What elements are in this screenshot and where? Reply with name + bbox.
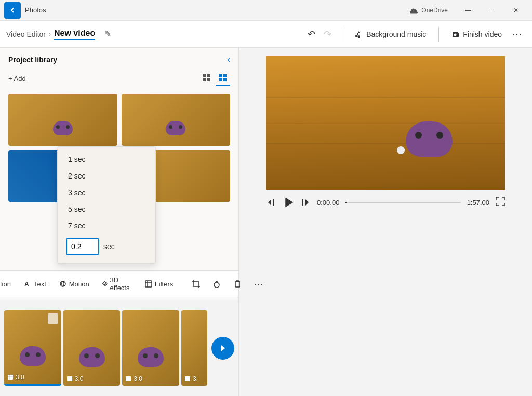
duration-option-1sec[interactable]: 1 sec xyxy=(58,151,155,168)
step-back-button[interactable] xyxy=(266,197,276,208)
duration-option-7sec[interactable]: 7 sec xyxy=(58,217,155,234)
duration-label: Duration xyxy=(0,280,11,288)
breadcrumb: Video Editor › New video ✎ xyxy=(6,29,111,40)
project-library-header: Project library ‹ xyxy=(0,48,238,69)
back-button[interactable] xyxy=(4,2,21,19)
project-library-title: Project library xyxy=(8,56,57,64)
motion-button[interactable]: Motion xyxy=(54,277,95,291)
filters-label: Filters xyxy=(155,280,173,288)
duration-button[interactable]: Duration xyxy=(0,277,16,291)
svg-rect-14 xyxy=(193,281,198,286)
svg-text:A: A xyxy=(24,281,29,288)
strip-item-3[interactable]: 3.0 xyxy=(122,310,179,386)
strip-item-1[interactable]: 3.0 xyxy=(4,310,61,386)
duration-custom-input[interactable] xyxy=(66,238,99,255)
svg-rect-5 xyxy=(223,74,227,77)
maximize-button[interactable]: □ xyxy=(480,2,504,19)
duration-option-2sec[interactable]: 2 sec xyxy=(58,168,155,184)
main-toolbar: Video Editor › New video ✎ ↶ ↷ Backgroun… xyxy=(0,21,532,48)
text-button[interactable]: A Text xyxy=(18,277,51,291)
filters-button[interactable]: Filters xyxy=(139,277,178,291)
svg-marker-21 xyxy=(268,199,271,206)
svg-rect-6 xyxy=(219,78,222,81)
duration-dropdown: 1 sec 2 sec 3 sec 5 sec 7 sec sec xyxy=(57,146,156,264)
redo-button[interactable]: ↷ xyxy=(320,26,336,42)
svg-rect-2 xyxy=(203,78,206,81)
more-options-button[interactable]: ⋯ xyxy=(508,26,526,42)
breadcrumb-separator: › xyxy=(49,31,51,38)
svg-point-15 xyxy=(214,282,219,288)
list-item[interactable] xyxy=(8,94,117,146)
strip-next-button[interactable] xyxy=(211,337,234,360)
video-controls: 0:00.00 1:57.00 xyxy=(266,197,505,209)
list-view-button[interactable] xyxy=(216,71,230,86)
text-label: Text xyxy=(34,280,46,288)
strip-thumbnail-1 xyxy=(20,346,46,366)
toolbar-separator xyxy=(342,27,342,42)
svg-rect-1 xyxy=(207,74,210,77)
grid-view-button[interactable] xyxy=(199,71,214,86)
svg-rect-17 xyxy=(8,375,13,380)
fullscreen-button[interactable] xyxy=(496,197,505,209)
right-panel: 0:00.00 1:57.00 xyxy=(239,48,532,396)
strip-item-4[interactable]: 3. xyxy=(181,310,207,386)
strip-thumbnail-2 xyxy=(79,347,105,367)
speed-button[interactable] xyxy=(207,277,226,291)
play-button[interactable] xyxy=(283,197,294,208)
breadcrumb-video-editor[interactable]: Video Editor xyxy=(6,30,46,38)
svg-marker-24 xyxy=(305,199,309,206)
page-title: New video xyxy=(54,29,95,40)
effects-label: 3D effects xyxy=(110,276,131,292)
background-music-button[interactable]: Background music xyxy=(349,28,432,40)
finish-video-label: Finish video xyxy=(463,30,502,38)
effects-button[interactable]: 3D effects xyxy=(97,273,137,295)
svg-point-12 xyxy=(104,283,105,285)
onedrive-label: OneDrive xyxy=(421,7,448,14)
svg-marker-11 xyxy=(102,282,107,286)
toolbar-separator2 xyxy=(438,27,439,42)
library-toolbar: + Add xyxy=(0,69,238,90)
step-forward-button[interactable] xyxy=(300,197,311,208)
strip-badge-1: 3.0 xyxy=(7,374,24,381)
strip-badge-3: 3.0 xyxy=(125,375,142,383)
add-media-label: + Add xyxy=(8,75,26,83)
finish-video-button[interactable]: Finish video xyxy=(445,28,508,40)
svg-rect-18 xyxy=(67,376,72,381)
current-time: 0:00.00 xyxy=(317,199,339,207)
svg-rect-7 xyxy=(223,78,227,81)
strip-thumbnail-3 xyxy=(138,347,164,367)
window-controls: — □ ✕ xyxy=(456,2,528,19)
duration-option-5sec[interactable]: 5 sec xyxy=(58,201,155,217)
library-item-thumbnail xyxy=(53,121,73,135)
duration-option-3sec[interactable]: 3 sec xyxy=(58,184,155,201)
strip-corner-indicator xyxy=(48,313,58,324)
titlebar: Photos OneDrive — □ ✕ xyxy=(0,0,532,21)
svg-rect-13 xyxy=(145,281,152,287)
collapse-panel-button[interactable]: ‹ xyxy=(227,54,230,65)
storyboard-strip: 3.0 3.0 3.0 3. xyxy=(0,300,238,396)
total-time: 1:57.00 xyxy=(467,199,489,207)
svg-point-10 xyxy=(60,281,65,286)
svg-rect-20 xyxy=(185,376,190,381)
crop-button[interactable] xyxy=(187,277,205,291)
onedrive-indicator: OneDrive xyxy=(410,6,448,15)
more-storyboard-button[interactable]: ⋯ xyxy=(249,275,269,293)
progress-bar[interactable] xyxy=(345,202,460,203)
strip-item-2[interactable]: 3.0 xyxy=(63,310,121,386)
svg-marker-23 xyxy=(286,198,292,207)
undo-button[interactable]: ↶ xyxy=(303,26,320,42)
add-media-button[interactable]: + Add xyxy=(8,75,26,83)
motion-label: Motion xyxy=(69,280,89,288)
video-preview xyxy=(266,56,505,190)
duration-sec-label: sec xyxy=(103,242,115,251)
list-item[interactable] xyxy=(122,94,231,146)
svg-rect-4 xyxy=(219,74,222,77)
edit-title-icon[interactable]: ✎ xyxy=(104,29,111,39)
svg-rect-3 xyxy=(207,78,210,81)
main-content: Project library ‹ + Add xyxy=(0,48,532,396)
delete-button[interactable] xyxy=(228,277,247,291)
svg-rect-16 xyxy=(235,282,240,287)
close-button[interactable]: ✕ xyxy=(504,2,528,19)
svg-rect-25 xyxy=(302,199,303,206)
minimize-button[interactable]: — xyxy=(456,2,480,19)
